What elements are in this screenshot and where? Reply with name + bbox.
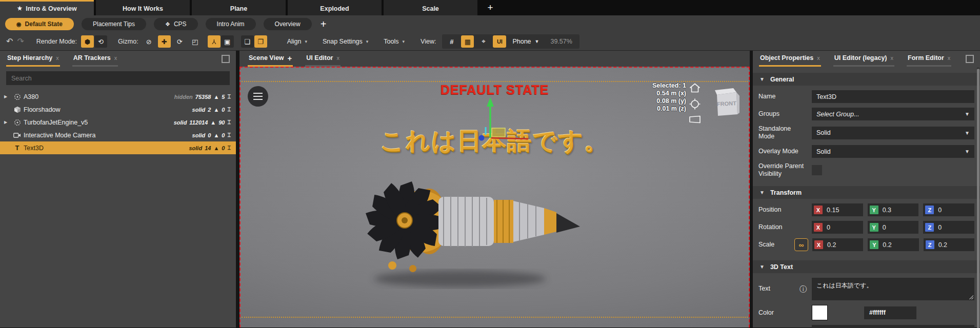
undock-panel-icon[interactable]	[966, 55, 974, 63]
tree-row-a380[interactable]: ▶ A380 hidden 75358 ▲ 5 ⌶	[0, 90, 236, 103]
axis-y-badge: Y	[870, 223, 878, 232]
scene-viewport[interactable]: DEFAULT STATE これは日本語です。 Selected: 1 0.54…	[239, 67, 750, 327]
tab-intro-overview[interactable]: ★ Intro & Overview	[0, 0, 94, 15]
scale-z-input[interactable]: Z0.2	[924, 238, 974, 251]
text3d-object[interactable]: これは日本語です。	[241, 125, 749, 157]
standalone-mode-select[interactable]: Solid ▼	[812, 127, 974, 139]
layers-icon: ❏	[244, 38, 250, 46]
position-y-input[interactable]: Y0.3	[868, 203, 919, 216]
layers-local-button[interactable]: ❏	[241, 35, 254, 48]
name-input[interactable]: Text3D	[812, 90, 974, 103]
tree-row-text3d[interactable]: T Text3D solid 14 ▲ 0 ⌶	[0, 141, 236, 154]
ui-toggle-button[interactable]: UI	[493, 35, 506, 48]
close-icon[interactable]: x	[948, 55, 951, 61]
overlay-mode-select[interactable]: Solid ▼	[812, 145, 974, 158]
perspective-icon[interactable]	[689, 115, 701, 124]
gizmo-scale-button[interactable]: ◰	[189, 35, 202, 48]
rotation-x-input[interactable]: X0	[812, 221, 863, 234]
groups-select[interactable]: Select Group... ▼	[812, 108, 974, 120]
redo-button[interactable]: ↷	[17, 37, 24, 46]
align-dropdown[interactable]: Align ▾	[287, 38, 307, 45]
vertex-count: 2	[208, 107, 211, 113]
info-icon[interactable]: ⓘ	[799, 285, 807, 294]
node-meta: solid 112014 ▲ 90 ⌶	[174, 119, 231, 126]
tree-row-turbofanjetengine[interactable]: ▶ TurbofanJetEngine_v5 solid 112014 ▲ 90…	[0, 116, 236, 129]
override-parent-visibility-checkbox[interactable]	[812, 165, 822, 175]
rotation-z-input[interactable]: Z0	[923, 221, 974, 234]
scale-link-toggle[interactable]: ∞	[794, 238, 808, 251]
view-cube[interactable]: FRONT	[713, 87, 743, 118]
selection-size-y: 0.08 m (y)	[652, 97, 686, 105]
expand-arrow-icon[interactable]: ▶	[4, 94, 12, 99]
position-z-input[interactable]: Z0	[923, 203, 974, 216]
state-pill-placement-tips[interactable]: Placement Tips	[82, 18, 146, 30]
text3d-textarea[interactable]: これは日本語です。	[812, 278, 974, 300]
section-3d-text[interactable]: ▼ 3D Text	[753, 260, 980, 273]
render-orbit-button[interactable]: ⟲	[94, 35, 107, 48]
tab-plane[interactable]: Plane	[192, 0, 286, 15]
tree-row-interactive-mode-camera[interactable]: Interactive Mode Camera solid 0 ▲ 0 ⌶	[0, 129, 236, 141]
tab-ar-trackers[interactable]: AR Trackers x	[72, 51, 118, 67]
grid-toggle-button[interactable]: #	[445, 35, 458, 48]
group-icon	[12, 119, 23, 126]
turbofan-engine-model[interactable]	[343, 170, 589, 293]
panel-scrollbar[interactable]	[977, 68, 979, 327]
tab-how-it-works[interactable]: How It Works	[96, 0, 190, 15]
device-select[interactable]: Phone ▼	[512, 38, 539, 45]
panel-divider[interactable]	[236, 51, 239, 327]
plus-icon[interactable]: +	[288, 54, 292, 63]
home-view-icon[interactable]	[689, 83, 701, 93]
state-pill-default-state[interactable]: ◉ Default State	[5, 18, 74, 30]
add-state-button[interactable]: +	[321, 18, 327, 30]
state-pill-overview[interactable]: Overview	[264, 18, 312, 30]
scale-y-value: 0.2	[883, 241, 891, 249]
section-general[interactable]: ▼ General	[753, 73, 980, 86]
add-tab-button[interactable]: +	[479, 0, 501, 15]
tab-object-properties[interactable]: Object Properties x	[759, 51, 821, 67]
gizmo-none-button[interactable]: ⊘	[143, 35, 155, 48]
state-pill-cps[interactable]: ❖ CPS	[154, 18, 198, 30]
layers-global-button[interactable]: ❐	[254, 35, 267, 48]
device-frame-button[interactable]: ▦	[461, 35, 474, 48]
visibility-state: solid	[192, 107, 206, 113]
state-pill-intro-anim[interactable]: Intro Anim	[206, 18, 256, 30]
close-icon[interactable]: x	[56, 55, 59, 61]
tab-ui-editor[interactable]: UI Editor x	[305, 51, 341, 67]
close-icon[interactable]: x	[891, 55, 894, 61]
section-transform[interactable]: ▼ Transform	[753, 186, 980, 199]
close-icon[interactable]: x	[336, 55, 339, 61]
name-label: Name	[758, 93, 812, 100]
bounds-icon: ⌶	[227, 93, 231, 100]
tab-scene-view[interactable]: Scene View +	[248, 51, 293, 67]
gizmo-rotate-button[interactable]: ⟳	[173, 35, 186, 48]
tab-exploded[interactable]: Exploded	[288, 0, 382, 15]
focus-selection-button[interactable]: ⌖	[477, 35, 490, 48]
scale-x-input[interactable]: X0.2	[812, 238, 863, 251]
color-swatch[interactable]	[812, 305, 828, 320]
color-hex-input[interactable]: #ffffff	[864, 306, 916, 319]
right-panel: Object Properties x UI Editor (legacy) x…	[753, 51, 980, 327]
tab-step-hierarchy[interactable]: Step Hierarchy x	[6, 51, 60, 67]
rotation-y-input[interactable]: Y0	[868, 221, 919, 234]
gizmo-move-button[interactable]: ✚	[158, 35, 171, 48]
close-icon[interactable]: x	[817, 55, 820, 61]
focus-target-icon[interactable]	[689, 98, 701, 110]
search-input[interactable]	[6, 71, 230, 85]
render-solid-button[interactable]: ⬢	[81, 35, 94, 48]
undock-panel-icon[interactable]	[222, 55, 230, 63]
tab-form-editor[interactable]: Form Editor x	[907, 51, 951, 67]
snap-settings-dropdown[interactable]: Snap Settings ▾	[323, 38, 368, 45]
pivot-mode-button[interactable]: Y	[208, 35, 221, 48]
undo-button[interactable]: ↶	[6, 37, 13, 46]
tab-ui-editor-legacy[interactable]: UI Editor (legacy) x	[833, 51, 894, 67]
position-x-input[interactable]: X0.15	[812, 203, 863, 216]
tools-dropdown[interactable]: Tools ▾	[384, 38, 405, 45]
tree-row-floorshadow[interactable]: Floorshadow solid 2 ▲ 0 ⌶	[0, 103, 236, 116]
scale-y-input[interactable]: Y0.2	[868, 238, 918, 251]
frame-mode-button[interactable]: ▣	[221, 35, 234, 48]
anchor-select[interactable]: Middle Center ▼	[812, 325, 974, 328]
main-toolbar: ↶ ↷ Render Mode: ⬢ ⟲ Gizmo: ⊘ ✚ ⟳ ◰ Y ▣ …	[0, 33, 980, 51]
expand-arrow-icon[interactable]: ▶	[4, 120, 12, 125]
tab-scale[interactable]: Scale	[384, 0, 477, 15]
close-icon[interactable]: x	[114, 55, 117, 61]
